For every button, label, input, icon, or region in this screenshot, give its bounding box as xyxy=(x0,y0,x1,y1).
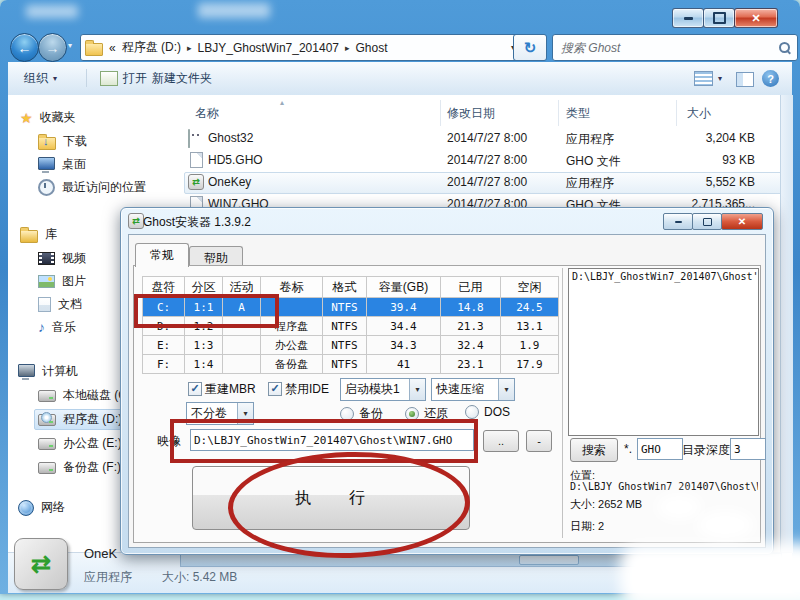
refresh-icon: ↻ xyxy=(524,39,537,57)
disk-drive-icon xyxy=(38,438,56,450)
sidebar-item-network[interactable]: 网络 xyxy=(18,498,65,517)
breadcrumb-current[interactable]: Ghost xyxy=(356,41,388,55)
fast-compress-select[interactable]: 快速压缩 ▾ xyxy=(431,378,515,401)
onekey-app-icon: ⇄ xyxy=(188,174,204,190)
disable-ide-checkbox[interactable]: ✓ xyxy=(268,382,282,396)
organize-label: 组织 xyxy=(24,70,48,87)
partition-row[interactable]: F:1:4 备份盘 NTFS41 23.117.9 xyxy=(143,355,559,374)
breadcrumb-drive[interactable]: 程序盘 (D:) xyxy=(122,39,181,56)
refresh-button[interactable]: ↻ xyxy=(513,34,547,61)
column-divider[interactable] xyxy=(558,100,559,126)
file-size: 93 KB xyxy=(640,153,755,167)
sidebar-item-computer[interactable]: 计算机 xyxy=(18,362,78,381)
remove-button[interactable]: - xyxy=(526,430,552,452)
dialog-app-icon: ⇄ xyxy=(128,213,144,229)
documents-icon xyxy=(38,297,51,312)
pattern-input[interactable]: GHO xyxy=(637,438,683,460)
boot-module-select[interactable]: 启动模块1 ▾ xyxy=(340,378,426,401)
chevron-down-icon: ▾ xyxy=(718,74,722,83)
maximize-icon xyxy=(713,12,726,24)
tab-general[interactable]: 常规 xyxy=(135,243,189,267)
ghost-file-list[interactable]: D:\LBJY_GhostWin7_201407\Ghost' xyxy=(568,268,759,436)
dialog-maximize-button[interactable] xyxy=(692,213,722,230)
close-button[interactable]: ✕ xyxy=(734,8,778,28)
search-button[interactable]: 搜索 xyxy=(570,438,618,462)
tab-help[interactable]: 帮助 xyxy=(189,246,243,267)
sidebar-item-recent-places[interactable]: 最近访问的位置 xyxy=(38,178,146,197)
videos-icon xyxy=(38,252,55,265)
file-size: 3,204 KB xyxy=(640,131,755,145)
history-dropdown[interactable]: ▾ xyxy=(68,41,72,50)
maximize-button[interactable] xyxy=(703,8,735,28)
depth-input[interactable]: 3 xyxy=(730,438,766,460)
sidebar-label: 收藏夹 xyxy=(40,109,76,126)
sidebar-item-videos[interactable]: 视频 xyxy=(38,249,86,268)
search-input[interactable] xyxy=(559,40,778,56)
sidebar-label: 程序盘 (D:) xyxy=(63,411,122,428)
sidebar-item-desktop[interactable]: 桌面 xyxy=(38,155,86,174)
sidebar-item-documents[interactable]: 文档 xyxy=(38,295,82,314)
preview-pane-button[interactable] xyxy=(736,72,754,87)
check-icon: ✓ xyxy=(270,382,279,394)
browse-button[interactable]: .. xyxy=(483,430,519,452)
pictures-icon xyxy=(38,275,55,288)
sidebar-item-backup-disk-f[interactable]: 备份盘 (F:) xyxy=(38,458,121,477)
organize-button[interactable]: 组织 ▾ xyxy=(24,70,57,87)
folder-icon xyxy=(85,43,103,56)
address-bar[interactable]: « 程序盘 (D:) ▸ LBJY_GhostWin7_201407 ▸ Gho… xyxy=(80,34,520,61)
smudge-artifact xyxy=(656,494,702,520)
help-icon: ? xyxy=(767,73,774,85)
column-header-size[interactable]: 大小 xyxy=(687,103,711,124)
sidebar-label: 桌面 xyxy=(62,156,86,173)
file-type: GHO 文件 xyxy=(566,153,621,170)
dialog-title: Ghost安装器 1.3.9.2 xyxy=(143,214,251,231)
column-divider[interactable] xyxy=(676,100,677,126)
vertical-scrollbar[interactable] xyxy=(780,95,793,553)
sidebar-label: 最近访问的位置 xyxy=(62,179,146,196)
forward-button[interactable]: → xyxy=(38,33,67,62)
file-date: 2014/7/27 8:00 xyxy=(447,153,527,167)
sidebar-item-pictures[interactable]: 图片 xyxy=(38,272,86,291)
ghost-app-icon xyxy=(188,129,190,148)
music-icon: ♪ xyxy=(38,321,45,334)
column-header-name[interactable]: 名称 xyxy=(195,103,219,124)
sidebar-label: 文档 xyxy=(58,296,82,313)
file-size: 5,552 KB xyxy=(640,175,755,189)
list-item[interactable]: D:\LBJY_GhostWin7_201407\Ghost' xyxy=(572,271,759,282)
dialog-minimize-button[interactable] xyxy=(663,213,693,230)
sidebar-item-libraries[interactable]: 库 xyxy=(20,225,57,244)
column-header-type[interactable]: 类型 xyxy=(566,103,590,124)
scrollbar-thumb[interactable] xyxy=(519,555,579,565)
sidebar-label: 下载 xyxy=(63,133,87,150)
close-icon: ✕ xyxy=(751,12,760,25)
rebuild-mbr-checkbox[interactable]: ✓ xyxy=(188,382,202,396)
annotation-partition-highlight xyxy=(134,294,279,328)
back-button[interactable]: ← xyxy=(10,33,39,62)
new-folder-label: 新建文件夹 xyxy=(152,70,212,87)
preview-pane-icon xyxy=(736,72,754,87)
sidebar-item-favorites[interactable]: ★ 收藏夹 xyxy=(20,108,76,127)
search-box[interactable] xyxy=(552,34,798,61)
sidebar-item-downloads[interactable]: 下载 xyxy=(38,132,87,151)
column-divider[interactable] xyxy=(440,100,441,126)
image-date-text: 日期: 2 xyxy=(570,519,604,534)
views-button[interactable]: ▾ xyxy=(694,71,722,86)
open-button[interactable]: 打开 xyxy=(100,70,147,87)
chevron-down-icon: ▾ xyxy=(409,379,425,400)
column-header-date[interactable]: 修改日期 xyxy=(447,103,495,124)
dos-radio[interactable]: DOS xyxy=(465,405,510,419)
computer-icon xyxy=(18,364,35,377)
dialog-close-button[interactable]: ✕ xyxy=(721,213,763,230)
dos-label: DOS xyxy=(484,405,510,419)
new-folder-button[interactable]: 新建文件夹 xyxy=(152,70,212,87)
chevron-down-icon: ▾ xyxy=(53,74,57,83)
smudge-artifact xyxy=(696,510,754,540)
sidebar-item-office-disk-e[interactable]: 办公盘 (E:) xyxy=(38,434,122,453)
breadcrumb-folder[interactable]: LBJY_GhostWin7_201407 xyxy=(198,41,339,55)
sidebar-label: 计算机 xyxy=(42,363,78,380)
pattern-prefix-label: *. xyxy=(624,442,632,456)
partition-row[interactable]: E:1:3 办公盘 NTFS34.3 32.41.9 xyxy=(143,336,559,355)
sidebar-item-music[interactable]: ♪ 音乐 xyxy=(38,318,76,337)
minimize-button[interactable] xyxy=(672,8,704,28)
help-button[interactable]: ? xyxy=(762,70,779,87)
